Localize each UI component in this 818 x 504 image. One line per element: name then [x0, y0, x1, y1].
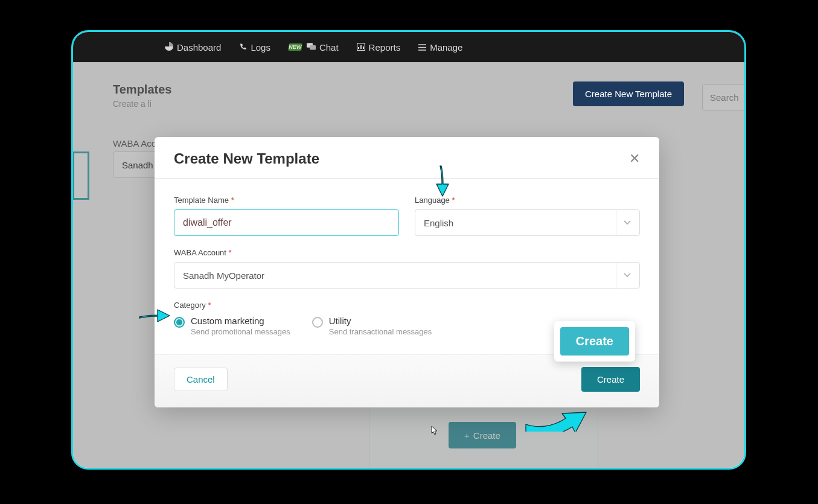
- modal-body: Template Name * Language * English: [155, 179, 659, 342]
- nav-reports[interactable]: Reports: [350, 39, 408, 56]
- template-name-label: Template Name *: [174, 196, 399, 205]
- template-name-input[interactable]: [174, 209, 399, 236]
- create-new-template-button[interactable]: Create New Template: [573, 81, 684, 106]
- hamburger-icon: [418, 42, 426, 53]
- nav-chat-label: Chat: [319, 42, 339, 53]
- callout-create-button[interactable]: Create: [560, 327, 629, 356]
- category-utility[interactable]: Utility Send transactional messages: [312, 316, 432, 336]
- nav-dashboard[interactable]: Dashboard: [158, 39, 228, 56]
- cursor-icon: [431, 426, 439, 438]
- category-label: Category *: [174, 301, 640, 310]
- modal-create-button[interactable]: Create: [581, 367, 640, 392]
- language-select[interactable]: English: [415, 209, 640, 236]
- opt2-title: Utility: [329, 316, 432, 326]
- chat-icon: [307, 42, 316, 53]
- nav-logs-label: Logs: [251, 42, 270, 53]
- opt2-sub: Send transactional messages: [329, 327, 432, 336]
- opt1-sub: Send promotional messages: [191, 327, 290, 336]
- arrow-right-icon: [138, 308, 172, 333]
- top-navbar: Dashboard Logs NEW Chat Reports Manage: [73, 32, 744, 62]
- pie-chart-icon: [165, 42, 173, 53]
- nav-dashboard-label: Dashboard: [177, 42, 221, 53]
- modal-title: Create New Template: [174, 150, 319, 167]
- nav-manage-label: Manage: [430, 42, 462, 53]
- waba-account-label: WABA Account *: [174, 248, 640, 257]
- svg-rect-1: [310, 45, 316, 50]
- app-frame: Dashboard Logs NEW Chat Reports Manage: [71, 30, 746, 470]
- new-badge: NEW: [288, 43, 302, 51]
- chevron-down-icon: [616, 263, 631, 288]
- bar-chart-icon: [357, 42, 365, 53]
- nav-reports-label: Reports: [369, 42, 401, 53]
- phone-icon: [239, 42, 247, 53]
- radio-unchecked-icon: [312, 317, 323, 328]
- waba-account-value: Sanadh MyOperator: [183, 270, 264, 281]
- category-custom-marketing[interactable]: Custom marketing Send promotional messag…: [174, 316, 290, 336]
- arrow-down-icon: [432, 165, 453, 201]
- chevron-down-icon: [616, 210, 631, 235]
- opt1-title: Custom marketing: [191, 316, 290, 326]
- nav-chat[interactable]: NEW Chat: [281, 39, 346, 56]
- cancel-button[interactable]: Cancel: [174, 368, 228, 391]
- nav-logs[interactable]: Logs: [232, 39, 278, 56]
- create-callout: Create: [554, 321, 635, 362]
- arrow-curve-icon: [522, 395, 589, 434]
- page-content: Templates Create a li Create New Templat…: [73, 62, 744, 468]
- waba-account-select[interactable]: Sanadh MyOperator: [174, 262, 640, 289]
- create-template-modal: Create New Template ✕ Template Name * La…: [155, 137, 659, 407]
- language-value: English: [424, 218, 453, 228]
- nav-manage[interactable]: Manage: [411, 39, 470, 56]
- radio-checked-icon: [174, 317, 185, 328]
- close-icon[interactable]: ✕: [629, 152, 640, 165]
- modal-header: Create New Template ✕: [155, 137, 659, 179]
